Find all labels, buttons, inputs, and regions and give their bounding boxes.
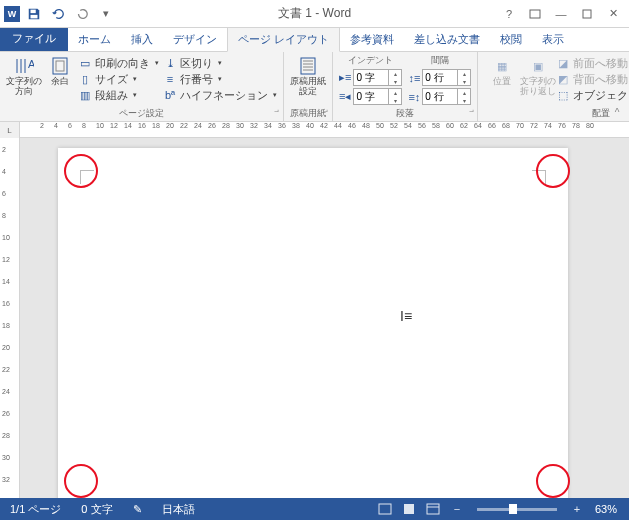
group-paragraph: インデント ▸≡▴▾ ≡◂▴▾ 間隔 ↕≡▴▾ ≡↕▴▾ 段落 [333, 52, 478, 121]
indent-right-spinner[interactable]: ▴▾ [353, 88, 402, 105]
redo-icon[interactable] [72, 4, 92, 24]
undo-icon[interactable] [48, 4, 68, 24]
group-label-manuscript: 原稿用紙 [284, 107, 332, 120]
spinner-up-icon[interactable]: ▴ [389, 89, 401, 97]
zoom-level[interactable]: 63% [591, 503, 621, 515]
maximize-icon[interactable] [575, 4, 599, 24]
zoom-in-button[interactable]: + [567, 501, 587, 517]
breaks-button[interactable]: ⤓区切り▾ [163, 55, 277, 71]
svg-rect-2 [530, 10, 540, 18]
horizontal-ruler[interactable]: 2468101214161820222426283032343638404244… [20, 122, 629, 137]
indent-left-icon: ▸≡ [339, 71, 351, 84]
indent-header: インデント [339, 54, 402, 67]
spinner-up-icon[interactable]: ▴ [389, 70, 401, 78]
collapse-ribbon-icon[interactable]: ^ [609, 105, 625, 119]
tab-file[interactable]: ファイル [0, 26, 68, 51]
view-web-layout-icon[interactable] [423, 501, 443, 517]
status-bar: 1/1 ページ 0 文字 ✎ 日本語 − + 63% [0, 498, 629, 520]
help-icon[interactable]: ? [497, 4, 521, 24]
quick-access-toolbar: W ▾ [0, 4, 116, 24]
spinner-down-icon[interactable]: ▾ [389, 78, 401, 86]
ribbon: A 文字列の 方向 余白 ▭印刷の向き▾ ▯サイズ▾ ▥段組み▾ ⤓区切り▾ ≡… [0, 52, 629, 122]
margin-mark-tl [80, 170, 94, 184]
tab-insert[interactable]: 挿入 [121, 28, 163, 51]
spinner-down-icon[interactable]: ▾ [389, 97, 401, 105]
line-numbers-button[interactable]: ≡行番号▾ [163, 71, 277, 87]
tab-mailings[interactable]: 差し込み文書 [404, 28, 490, 51]
zoom-slider-thumb[interactable] [509, 504, 517, 514]
svg-rect-1 [31, 14, 38, 18]
minimize-icon[interactable]: — [549, 4, 573, 24]
spinner-down-icon[interactable]: ▾ [458, 97, 470, 105]
view-print-layout-icon[interactable] [399, 501, 419, 517]
orientation-button[interactable]: ▭印刷の向き▾ [78, 55, 159, 71]
ruler-corner: L [0, 122, 20, 138]
columns-button[interactable]: ▥段組み▾ [78, 87, 159, 103]
group-page-setup: A 文字列の 方向 余白 ▭印刷の向き▾ ▯サイズ▾ ▥段組み▾ ⤓区切り▾ ≡… [0, 52, 284, 121]
status-proofing-icon[interactable]: ✎ [123, 503, 152, 516]
group-arrange: ▦ 位置 ▣ 文字列の 折り返し ◪前面へ移動▾ ◩背面へ移動▾ ⬚オブジェクト… [478, 52, 629, 121]
document-canvas[interactable]: I≡ [20, 138, 629, 498]
tab-design[interactable]: デザイン [163, 28, 227, 51]
zoom-out-button[interactable]: − [447, 501, 467, 517]
vertical-ruler[interactable]: 2468101214161820222426283032 [0, 138, 20, 498]
title-bar: W ▾ 文書 1 - Word ? — ✕ [0, 0, 629, 28]
zoom-slider[interactable] [477, 508, 557, 511]
window-title: 文書 1 - Word [278, 5, 351, 22]
tab-page-layout[interactable]: ページ レイアウト [227, 27, 340, 52]
size-icon: ▯ [78, 72, 92, 86]
ribbon-display-icon[interactable] [523, 4, 547, 24]
group-label-paragraph: 段落 [333, 107, 477, 120]
view-read-mode-icon[interactable] [375, 501, 395, 517]
spinner-up-icon[interactable]: ▴ [458, 70, 470, 78]
status-page[interactable]: 1/1 ページ [0, 502, 71, 517]
tab-view[interactable]: 表示 [532, 28, 574, 51]
forward-icon: ◪ [556, 56, 570, 70]
tab-review[interactable]: 校閲 [490, 28, 532, 51]
svg-rect-10 [427, 504, 439, 514]
document-page[interactable] [58, 148, 568, 498]
spacing-before-spinner[interactable]: ▴▾ [422, 69, 471, 86]
svg-rect-3 [583, 10, 591, 18]
wrap-icon: ▣ [528, 56, 548, 76]
margin-mark-tr [532, 170, 546, 184]
save-icon[interactable] [24, 4, 44, 24]
columns-icon: ▥ [78, 88, 92, 102]
svg-rect-0 [31, 9, 36, 13]
breaks-icon: ⤓ [163, 56, 177, 70]
backward-icon: ◩ [556, 72, 570, 86]
spacing-after-icon: ≡↕ [408, 91, 420, 103]
spinner-down-icon[interactable]: ▾ [458, 78, 470, 86]
spacing-before-icon: ↕≡ [408, 72, 420, 84]
indent-left-spinner[interactable]: ▴▾ [353, 69, 402, 86]
selection-icon: ⬚ [556, 88, 570, 102]
hyphen-icon: bª [163, 88, 177, 102]
bring-forward-button[interactable]: ◪前面へ移動▾ [556, 55, 629, 71]
manuscript-settings-button[interactable]: 原稿用紙 設定 [290, 54, 326, 97]
svg-rect-7 [301, 58, 315, 74]
svg-text:A: A [28, 58, 34, 70]
tab-references[interactable]: 参考資料 [340, 28, 404, 51]
tab-home[interactable]: ホーム [68, 28, 121, 51]
svg-rect-5 [53, 58, 67, 74]
text-cursor-icon: I≡ [400, 308, 412, 324]
send-backward-button[interactable]: ◩背面へ移動▾ [556, 71, 629, 87]
ribbon-tab-bar: ファイル ホーム 挿入 デザイン ページ レイアウト 参考資料 差し込み文書 校… [0, 28, 629, 52]
manuscript-icon [298, 56, 318, 76]
position-icon: ▦ [492, 56, 512, 76]
workspace: 2468101214161820222426283032 I≡ [0, 138, 629, 498]
spinner-up-icon[interactable]: ▴ [458, 89, 470, 97]
svg-rect-8 [379, 504, 391, 514]
close-icon[interactable]: ✕ [601, 4, 625, 24]
status-language[interactable]: 日本語 [152, 502, 205, 517]
window-controls: ? — ✕ [497, 4, 629, 24]
margins-icon [50, 56, 70, 76]
selection-pane-button[interactable]: ⬚オブジェクトの選択と表示 [556, 87, 629, 103]
size-button[interactable]: ▯サイズ▾ [78, 71, 159, 87]
status-word-count[interactable]: 0 文字 [71, 502, 122, 517]
word-app-icon[interactable]: W [4, 6, 20, 22]
text-direction-icon: A [14, 56, 34, 76]
qat-customize-icon[interactable]: ▾ [96, 4, 116, 24]
spacing-after-spinner[interactable]: ▴▾ [422, 88, 471, 105]
hyphenation-button[interactable]: bªハイフネーション▾ [163, 87, 277, 103]
